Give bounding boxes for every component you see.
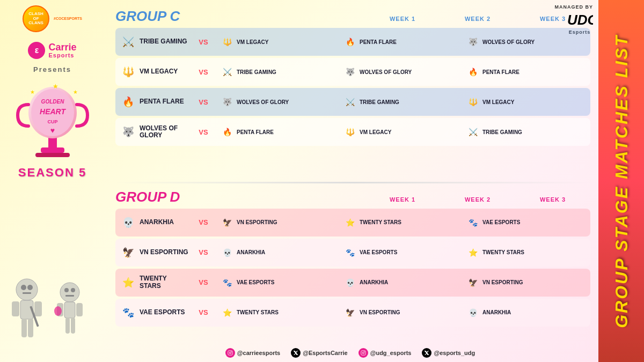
group-c-r4-w2: 🔱 VM LEGACY bbox=[340, 124, 463, 139]
vs-badge-c4: VS bbox=[193, 128, 214, 136]
group-c-r2-w2: 🐺 WOLVES OF GLORY bbox=[340, 64, 463, 79]
svg-point-31 bbox=[54, 306, 62, 316]
group-d-r3-weeks: 🐾 VAE ESPORTS 💀 ANARKHIA 🦅 VN ESPORTING bbox=[217, 275, 586, 290]
svg-point-34 bbox=[229, 352, 231, 353]
x-icon-1 bbox=[291, 348, 301, 358]
vae-home-name: VAE ESPORTS bbox=[140, 309, 185, 316]
social-instagram-carrie[interactable]: @carrieesports bbox=[225, 348, 280, 358]
svg-text:♥: ♥ bbox=[50, 126, 54, 135]
vn-icon-3: 🦅 bbox=[465, 275, 480, 290]
penta-flare-name-2: PENTA FLARE bbox=[482, 69, 519, 75]
vm-name-4: VM LEGACY bbox=[360, 129, 391, 135]
wolves-icon-2: 🐺 bbox=[342, 64, 357, 79]
group-c-r3-w3: 🔱 VM LEGACY bbox=[463, 94, 586, 109]
tribe-gaming-icon: ⚔️ bbox=[120, 33, 137, 50]
group-c-row-2: 🔱 VM LEGACY VS ⚔️ TRIBE GAMING 🐺 WOLVES … bbox=[115, 58, 590, 86]
svg-text:★: ★ bbox=[73, 89, 78, 95]
group-d-r4-w3: 💀 ANARKHIA bbox=[463, 305, 586, 320]
group-c-r2-w3: 🔥 PENTA FLARE bbox=[463, 64, 586, 79]
vm-legacy-home-icon: 🔱 bbox=[120, 63, 137, 80]
svg-rect-18 bbox=[34, 301, 42, 316]
group-d-r3-home: ⭐ TWENTY STARS bbox=[120, 274, 189, 291]
svg-text:★: ★ bbox=[30, 89, 35, 95]
social-x-carrie[interactable]: @EsportsCarrie bbox=[291, 348, 347, 358]
anarkhia-icon-3: 💀 bbox=[342, 275, 357, 290]
group-c-r4-w3: ⚔️ TRIBE GAMING bbox=[463, 124, 586, 139]
wolves-name-1: WOLVES OF GLORY bbox=[482, 39, 535, 45]
group-d-week1-label: WEEK 1 bbox=[365, 196, 440, 203]
svg-text:GOLDEN: GOLDEN bbox=[41, 99, 64, 105]
group-d-week-headers: WEEK 1 WEEK 2 WEEK 3 bbox=[196, 196, 590, 203]
tribe-gaming-name-2: TRIBE GAMING bbox=[237, 69, 276, 75]
group-c-week-headers: WEEK 1 WEEK 2 WEEK 3 bbox=[196, 16, 590, 22]
group-d-title: GROUP D bbox=[115, 189, 180, 205]
svg-rect-30 bbox=[71, 317, 75, 334]
tribe-icon-3: ⚔️ bbox=[342, 94, 357, 109]
social-x-udg[interactable]: @esports_udg bbox=[422, 348, 475, 358]
group-d-r3-w3: 🦅 VN ESPORTING bbox=[463, 275, 586, 290]
group-c-r1-weeks: 🔱 VM LEGACY 🔥 PENTA FLARE 🐺 WOLVES OF GL… bbox=[217, 34, 586, 49]
vn-name-3: VN ESPORTING bbox=[482, 279, 523, 285]
svg-rect-26 bbox=[64, 302, 75, 318]
svg-point-37 bbox=[362, 352, 364, 353]
group-c-row-4: 🐺 WOLVES OF GLORY VS 🔥 PENTA FLARE 🔱 VM … bbox=[115, 118, 590, 146]
group-d-r4-home: 🐾 VAE ESPORTS bbox=[120, 304, 189, 321]
twenty-home-name: TWENTY STARS bbox=[140, 275, 189, 289]
vn-name-4: VN ESPORTING bbox=[360, 309, 400, 315]
vs-badge-d4: VS bbox=[193, 308, 214, 316]
penta-flare-name-1: PENTA FLARE bbox=[360, 39, 397, 45]
twenty-home-icon: ⭐ bbox=[120, 274, 137, 291]
svg-point-13 bbox=[21, 285, 26, 290]
vae-name-1: VAE ESPORTS bbox=[482, 219, 520, 225]
group-d-r2-weeks: 💀 ANARKHIA 🐾 VAE ESPORTS ⭐ TWENTY STARS bbox=[217, 245, 586, 260]
group-d-header: GROUP D WEEK 1 WEEK 2 WEEK 3 bbox=[115, 189, 590, 205]
wolves-icon-3: 🐺 bbox=[219, 94, 235, 109]
group-c-r3-w2: ⚔️ TRIBE GAMING bbox=[340, 94, 463, 109]
svg-text:★: ★ bbox=[53, 83, 58, 90]
logo-area: CLASHOFCLANS #COCESPORTS bbox=[23, 5, 82, 32]
twenty-name-4: TWENTY STARS bbox=[237, 309, 279, 315]
group-d-r2-w1: 💀 ANARKHIA bbox=[217, 245, 340, 260]
svg-point-23 bbox=[64, 288, 69, 292]
anarkhia-icon-4: 💀 bbox=[465, 305, 480, 320]
vn-name-1: VN ESPORTING bbox=[237, 219, 277, 225]
skeleton-decoration bbox=[0, 265, 102, 362]
group-d-r4-weeks: ⭐ TWENTY STARS 🦅 VN ESPORTING 💀 ANARKHIA bbox=[217, 305, 586, 320]
vn-icon-4: 🦅 bbox=[342, 305, 357, 320]
vm-legacy-icon-1: 🔱 bbox=[219, 34, 235, 49]
penta-icon-4: 🔥 bbox=[219, 124, 235, 139]
social-instagram-udg[interactable]: @udg_esports bbox=[358, 348, 412, 358]
anarkhia-icon-2: 💀 bbox=[219, 245, 235, 260]
vae-icon-1: 🐾 bbox=[465, 215, 480, 230]
carrie-brand-icon: ε bbox=[28, 42, 45, 59]
tribe-icon-4: ⚔️ bbox=[465, 124, 480, 139]
vn-icon-1: 🦅 bbox=[219, 215, 235, 230]
presents-text: Presents bbox=[33, 65, 71, 73]
group-d-section: GROUP D WEEK 1 WEEK 2 WEEK 3 💀 ANARKHIA … bbox=[115, 189, 590, 357]
coc-badge-text: #COCESPORTS bbox=[54, 16, 82, 21]
vae-name-3: VAE ESPORTS bbox=[237, 279, 274, 285]
group-c-r1-w2: 🔥 PENTA FLARE bbox=[340, 34, 463, 49]
group-c-week3-label: WEEK 3 bbox=[515, 16, 590, 22]
trophy-graphic: GOLDEN HEART CUP ♥ ★ ★ ★ bbox=[10, 78, 96, 164]
vae-icon-2: 🐾 bbox=[342, 245, 357, 260]
twenty-icon-1: ⭐ bbox=[342, 215, 357, 230]
group-c-header: GROUP C WEEK 1 WEEK 2 WEEK 3 bbox=[115, 8, 590, 25]
group-c-section: GROUP C WEEK 1 WEEK 2 WEEK 3 ⚔️ TRIBE GA… bbox=[115, 8, 590, 176]
svg-point-22 bbox=[60, 283, 79, 302]
group-d-r1-w3: 🐾 VAE ESPORTS bbox=[463, 215, 586, 230]
svg-point-12 bbox=[16, 279, 38, 300]
vm-icon-3: 🔱 bbox=[465, 94, 480, 109]
group-d-r2-w3: ⭐ TWENTY STARS bbox=[463, 245, 586, 260]
anarkhia-home-name: ANARKHIA bbox=[140, 219, 174, 226]
svg-rect-36 bbox=[361, 351, 365, 355]
group-d-schedule: 💀 ANARKHIA VS 🦅 VN ESPORTING ⭐ TWENTY ST… bbox=[115, 209, 590, 327]
x-icon-2 bbox=[422, 348, 431, 358]
twenty-name-2: TWENTY STARS bbox=[482, 249, 524, 255]
social-handle-udg-x: @esports_udg bbox=[434, 350, 475, 356]
wolves-home-name: WOLVES OF GLORY bbox=[140, 125, 189, 139]
penta-home-name: PENTA FLARE bbox=[140, 98, 184, 105]
svg-rect-19 bbox=[21, 319, 27, 337]
left-panel: CLASHOFCLANS #COCESPORTS ε Carrie Esport… bbox=[0, 0, 105, 362]
footer: @carrieesports @EsportsCarrie @udg_espor… bbox=[105, 348, 596, 358]
